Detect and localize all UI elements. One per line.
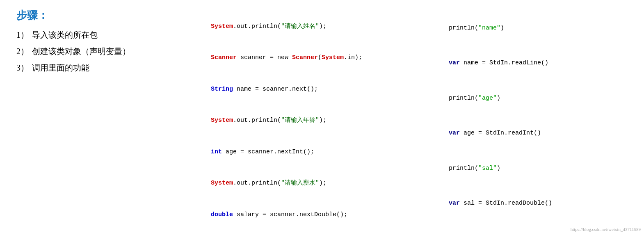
code-token: println( xyxy=(449,25,478,32)
step-num-2: 2） xyxy=(16,43,29,59)
scala-code-section: println("name") var name = StdIn.readLin… xyxy=(427,8,628,221)
scala-line-5: println("sal") xyxy=(427,151,628,186)
java-code-line-7: double salary = scanner.nextDouble(); xyxy=(189,199,427,230)
code-token: age = StdIn.readInt() xyxy=(460,130,541,137)
list-item: 3） 调用里面的功能 xyxy=(16,59,180,76)
code-token: ) xyxy=(500,25,504,32)
java-code-section: System.out.println("请输入姓名"); Scanner sca… xyxy=(189,8,427,230)
code-token: ); xyxy=(319,117,327,124)
code-token: "name" xyxy=(478,25,500,32)
step-text-1: 导入该类的所在包 xyxy=(32,27,98,43)
step-text-3: 调用里面的功能 xyxy=(32,59,89,76)
code-token: "请输入年龄" xyxy=(281,117,319,124)
step-num-1: 1） xyxy=(16,27,29,43)
code-token: System xyxy=(211,23,233,30)
code-token: var xyxy=(449,200,460,207)
steps-section: 步骤： 1） 导入该类的所在包 2） 创建该类对象（声明变量） 3） 调用里面的… xyxy=(16,8,189,76)
steps-list: 1） 导入该类的所在包 2） 创建该类对象（声明变量） 3） 调用里面的功能 xyxy=(16,27,180,76)
code-token: "请输入薪水" xyxy=(281,180,319,187)
code-token: "age" xyxy=(478,95,497,102)
scala-line-6: var sal = StdIn.readDouble() xyxy=(427,186,628,221)
java-code-line-1: System.out.println("请输入姓名"); xyxy=(189,11,427,42)
code-token: ( xyxy=(318,54,322,61)
code-token: Scanner xyxy=(211,54,237,61)
scala-line-4: var age = StdIn.readInt() xyxy=(427,116,628,151)
code-token: var xyxy=(449,130,460,137)
code-token: "sal" xyxy=(478,165,497,172)
code-token: double xyxy=(211,211,233,218)
scala-line-2: var name = StdIn.readLine() xyxy=(427,46,628,81)
code-token: Scanner xyxy=(292,54,318,61)
list-item: 1） 导入该类的所在包 xyxy=(16,27,180,43)
list-item: 2） 创建该类对象（声明变量） xyxy=(16,43,180,59)
java-code-line-2: Scanner scanner = new Scanner(System.in)… xyxy=(189,42,427,74)
java-code-line-6: System.out.println("请输入薪水"); xyxy=(189,168,427,199)
code-token: name = StdIn.readLine() xyxy=(460,59,548,66)
code-token: String xyxy=(211,86,233,93)
step-text-2: 创建该类对象（声明变量） xyxy=(32,43,130,59)
code-token: ); xyxy=(319,180,327,187)
code-token: ); xyxy=(319,23,327,30)
java-code-line-4: System.out.println("请输入年龄"); xyxy=(189,105,427,137)
code-token: .out.println( xyxy=(233,180,281,187)
code-token: var xyxy=(449,59,460,66)
code-token: System xyxy=(211,180,233,187)
code-token: .out.println( xyxy=(233,117,281,124)
code-token: ) xyxy=(497,95,500,102)
scala-line-3: println("age") xyxy=(427,81,628,116)
code-token: name = scanner.next(); xyxy=(233,86,318,93)
code-token: System xyxy=(211,117,233,124)
java-code-line-5: int age = scanner.nextInt(); xyxy=(189,136,427,168)
code-token: salary = scanner.nextDouble(); xyxy=(233,211,347,218)
watermark: https://blog.csdn.net/weixin_43711589 xyxy=(571,227,641,232)
code-token: age = scanner.nextInt(); xyxy=(222,148,314,155)
java-code-line-3: String name = scanner.next(); xyxy=(189,73,427,105)
code-token: System xyxy=(322,54,344,61)
code-token: int xyxy=(211,148,222,155)
code-token: .out.println( xyxy=(233,23,281,30)
code-token: "请输入姓名" xyxy=(281,23,319,30)
code-token: sal = StdIn.readDouble() xyxy=(460,200,552,207)
code-token: println( xyxy=(449,165,478,172)
scala-line-1: println("name") xyxy=(427,11,628,46)
step-num-3: 3） xyxy=(16,59,29,76)
steps-title: 步骤： xyxy=(16,8,180,23)
code-token: scanner = new xyxy=(237,54,292,61)
main-layout: 步骤： 1） 导入该类的所在包 2） 创建该类对象（声明变量） 3） 调用里面的… xyxy=(16,8,628,230)
code-token: ) xyxy=(497,165,500,172)
code-token: println( xyxy=(449,95,478,102)
code-token: .in); xyxy=(344,54,362,61)
